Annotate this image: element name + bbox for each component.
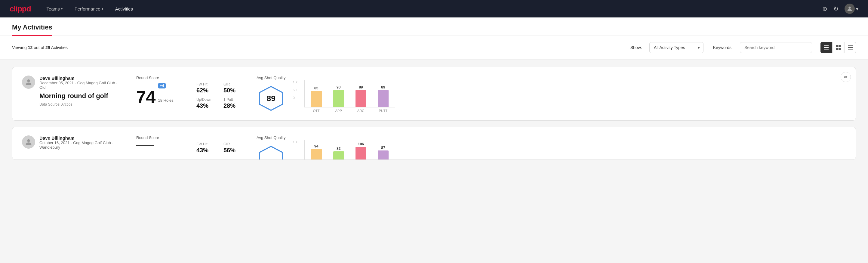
viewing-total: 29 <box>45 45 50 50</box>
one-putt-value: 28% <box>223 102 245 109</box>
activity-card: Dave Billingham October 16, 2021 - Gog M… <box>12 127 856 160</box>
grid-view-button[interactable] <box>833 42 844 53</box>
table-view-button[interactable] <box>844 42 856 53</box>
bar-value-label: 94 <box>314 144 318 148</box>
one-putt-label: 1 Putt <box>223 97 245 102</box>
avatar <box>844 4 855 14</box>
user-menu[interactable]: ▾ <box>844 4 858 14</box>
bar-value-label: 85 <box>314 86 318 90</box>
view-toggle <box>820 42 856 53</box>
bar-fill <box>355 147 366 160</box>
bar-group: 89ARG <box>351 80 370 107</box>
svg-rect-13 <box>849 49 852 50</box>
bar-x-label: APP <box>335 109 342 113</box>
bar-value-label: 89 <box>381 85 385 89</box>
bar-wrapper: ARG <box>355 147 366 160</box>
svg-rect-10 <box>848 47 849 48</box>
fw-hit-stat: FW Hit 43% <box>196 142 217 154</box>
fw-hit-label: FW Hit <box>196 142 217 146</box>
nav-activities[interactable]: Activities <box>114 4 134 14</box>
quality-section: Avg Shot Quality 100 94OTT82APP106ARG87P… <box>256 136 395 160</box>
svg-rect-6 <box>836 48 838 50</box>
data-source: Data Source: Arccos <box>39 102 124 107</box>
score-badge: +4 <box>158 83 166 88</box>
bar-group: 85OTT <box>307 80 326 107</box>
bar-wrapper: OTT <box>311 91 322 107</box>
gir-label: GIR <box>223 82 245 86</box>
teams-chevron-icon: ▾ <box>61 7 63 10</box>
svg-point-16 <box>27 139 30 142</box>
svg-point-14 <box>27 80 30 82</box>
updown-label: Up/Down <box>196 97 217 102</box>
round-score-label: Round Score <box>136 136 184 140</box>
bar-fill <box>378 90 389 107</box>
svg-rect-9 <box>849 46 852 46</box>
user-name: Dave Billingham <box>39 136 124 141</box>
bar-fill <box>311 91 322 107</box>
svg-point-0 <box>848 7 850 9</box>
svg-rect-11 <box>849 47 852 48</box>
viewing-text: Viewing 12 out of 29 Activities <box>12 45 68 50</box>
quality-section: Avg Shot Quality 89 100 50 0 85OTT90APP <box>256 76 395 112</box>
svg-rect-4 <box>836 45 838 47</box>
fw-hit-value: 62% <box>196 87 217 94</box>
performance-chevron-icon: ▾ <box>102 7 103 10</box>
bar-x-label: PUTT <box>379 109 388 113</box>
quality-hex <box>257 145 284 160</box>
bar-fill <box>355 90 366 107</box>
bar-wrapper: PUTT <box>378 150 389 160</box>
bar-group: 87PUTT <box>374 140 393 160</box>
gir-stat: GIR 56% <box>223 142 245 154</box>
bar-value-label: 87 <box>381 146 385 150</box>
bar-group: 90APP <box>329 80 348 107</box>
card-left: Dave Billingham December 05, 2021 - Gog … <box>22 76 124 107</box>
svg-rect-12 <box>848 49 849 50</box>
chart-container: 100 50 0 85OTT90APP89ARG89PUTT <box>293 80 395 108</box>
svg-rect-5 <box>839 45 841 47</box>
list-view-button[interactable] <box>820 42 832 53</box>
add-icon[interactable]: ⊕ <box>822 5 828 12</box>
main-content: ✏ Dave Billingham December 05, 2021 - Go… <box>0 60 868 173</box>
bar-value-label: 89 <box>359 85 363 89</box>
page-title: My Activities <box>12 18 52 36</box>
holes-text: 18 Holes <box>158 98 174 103</box>
chart-container: 100 94OTT82APP106ARG87PUTT <box>293 140 395 160</box>
avatar <box>22 76 35 89</box>
user-info: Dave Billingham December 05, 2021 - Gog … <box>39 76 124 107</box>
activity-title: Morning round of golf <box>39 92 124 100</box>
activity-card: ✏ Dave Billingham December 05, 2021 - Go… <box>12 67 856 121</box>
bar-wrapper: PUTT <box>378 90 389 107</box>
stats-section: FW Hit 62% GIR 50% Up/Down 43% 1 Putt 28… <box>196 76 245 109</box>
fw-hit-label: FW Hit <box>196 82 217 86</box>
quality-number: 89 <box>267 94 276 103</box>
logo[interactable]: clippd <box>10 4 31 13</box>
viewing-count: 12 <box>28 45 33 50</box>
nav-teams[interactable]: Teams ▾ <box>45 4 64 14</box>
activity-type-wrapper: All Activity Types <box>649 42 704 53</box>
gir-stat: GIR 50% <box>223 82 245 94</box>
activity-date: October 16, 2021 - Gog Magog Golf Club -… <box>39 141 124 150</box>
bar-wrapper: APP <box>333 90 344 107</box>
bar-group: 89PUTT <box>374 80 393 107</box>
svg-rect-1 <box>824 46 829 46</box>
filter-bar: Viewing 12 out of 29 Activities Show: Al… <box>0 36 868 60</box>
gir-label: GIR <box>223 142 245 146</box>
one-putt-stat: 1 Putt 28% <box>223 97 245 109</box>
bar-x-label: OTT <box>313 109 320 113</box>
refresh-icon[interactable]: ↻ <box>833 5 839 12</box>
avg-shot-quality-label: Avg Shot Quality <box>256 76 286 80</box>
edit-button[interactable]: ✏ <box>841 72 851 82</box>
nav-performance[interactable]: Performance ▾ <box>73 4 104 14</box>
bar-fill <box>378 150 389 160</box>
round-score-section: Round Score <box>136 136 184 146</box>
score-display: 74 +4 18 Holes <box>136 83 184 106</box>
avatar <box>22 136 35 149</box>
stats-section: FW Hit 43% GIR 56% <box>196 136 245 154</box>
card-left: Dave Billingham October 16, 2021 - Gog M… <box>22 136 124 152</box>
score-number: 74 <box>136 88 156 106</box>
fw-hit-stat: FW Hit 62% <box>196 82 217 94</box>
activity-type-select[interactable]: All Activity Types <box>649 42 704 53</box>
search-input[interactable] <box>740 42 812 53</box>
gir-value: 56% <box>223 147 245 154</box>
bar-wrapper: APP <box>333 151 344 160</box>
